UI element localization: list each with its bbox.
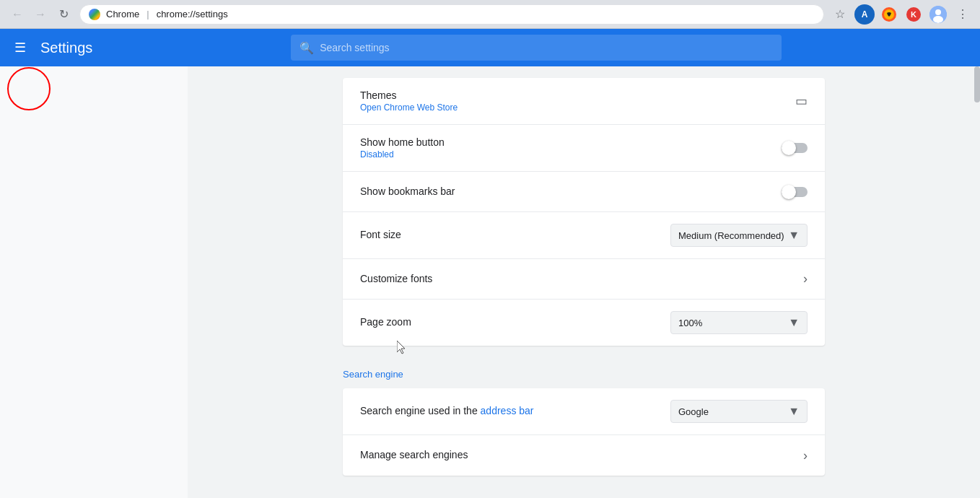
hamburger-menu[interactable]: ☰ — [12, 37, 29, 58]
sidebar — [0, 66, 188, 498]
address-bar-link[interactable]: address bar — [481, 405, 534, 416]
profile-avatar-icon[interactable] — [928, 4, 948, 25]
back-button[interactable]: ← — [7, 4, 27, 25]
search-engine-dropdown-arrow: ▼ — [788, 405, 800, 418]
content-area: Themes Open Chrome Web Store ▭ Show home… — [188, 66, 980, 498]
show-home-toggle[interactable] — [782, 141, 808, 155]
font-size-label: Font size — [360, 229, 670, 242]
toolbar-right: ☆ A K ⋮ — [830, 4, 973, 25]
themes-label: Themes Open Chrome Web Store — [360, 89, 795, 113]
nav-buttons: ← → ↻ — [7, 4, 74, 25]
page-zoom-row: Page zoom 100% ▼ — [343, 300, 825, 346]
bookmark-button[interactable]: ☆ — [830, 4, 850, 25]
customize-fonts-title: Customize fonts — [360, 273, 803, 284]
external-link-icon[interactable]: ▭ — [795, 93, 808, 109]
show-home-subtitle: Disabled — [360, 149, 782, 160]
appearance-card: Themes Open Chrome Web Store ▭ Show home… — [343, 78, 825, 346]
k-icon: K — [906, 7, 921, 22]
font-size-dropdown-arrow: ▼ — [788, 229, 800, 242]
search-engine-label: Search engine used in the address bar — [360, 405, 670, 418]
ninja-icon[interactable] — [879, 4, 899, 25]
toggle-thumb — [782, 141, 796, 155]
svg-point-2 — [935, 9, 941, 15]
font-size-dropdown[interactable]: Medium (Recommended) ▼ — [670, 224, 808, 247]
themes-row: Themes Open Chrome Web Store ▭ — [343, 78, 825, 125]
show-home-button-row: Show home button Disabled — [343, 125, 825, 172]
settings-header: ☰ Settings 🔍 — [0, 29, 980, 66]
show-bookmarks-row: Show bookmarks bar — [343, 172, 825, 212]
search-engine-text: Search engine used in the address bar — [360, 405, 670, 416]
main-content: Themes Open Chrome Web Store ▭ Show home… — [0, 66, 980, 498]
customize-fonts-label: Customize fonts — [360, 273, 803, 286]
reload-button[interactable]: ↻ — [53, 4, 74, 25]
show-home-label: Show home button Disabled — [360, 136, 782, 160]
address-bar[interactable]: Chrome | chrome://settings — [79, 4, 824, 25]
page-zoom-title: Page zoom — [360, 316, 670, 328]
svg-point-3 — [933, 16, 943, 23]
font-size-title: Font size — [360, 229, 670, 240]
scrollbar-thumb[interactable] — [974, 66, 980, 102]
customize-fonts-row[interactable]: Customize fonts › — [343, 259, 825, 300]
address-url: chrome://settings — [157, 9, 228, 19]
chrome-menu-button[interactable]: ⋮ — [953, 4, 973, 25]
address-separator: | — [146, 9, 149, 19]
manage-search-chevron: › — [803, 448, 808, 463]
k-profile-icon[interactable]: K — [904, 4, 924, 25]
settings-search-bar[interactable]: 🔍 — [291, 35, 782, 61]
profile-avatar — [929, 6, 947, 23]
show-home-title: Show home button — [360, 136, 782, 148]
themes-subtitle[interactable]: Open Chrome Web Store — [360, 102, 795, 113]
default-browser-section-label: Default browser browser — [343, 493, 825, 498]
profile-a-icon[interactable]: A — [854, 4, 875, 25]
page-zoom-label: Page zoom — [360, 316, 670, 329]
settings-section: Themes Open Chrome Web Store ▭ Show home… — [331, 78, 836, 498]
page-zoom-dropdown[interactable]: 100% ▼ — [670, 311, 808, 334]
site-favicon — [89, 9, 100, 20]
settings-page-title: Settings — [40, 40, 92, 56]
browser-chrome: ← → ↻ Chrome | chrome://settings ☆ A K — [0, 0, 980, 29]
forward-button[interactable]: → — [30, 4, 51, 25]
show-bookmarks-title: Show bookmarks bar — [360, 185, 782, 197]
page-zoom-value: 100% — [678, 318, 702, 328]
bookmarks-toggle-thumb — [782, 185, 796, 199]
manage-search-label: Manage search engines — [360, 449, 803, 462]
manage-search-row[interactable]: Manage search engines › — [343, 435, 825, 476]
site-name: Chrome — [106, 9, 139, 19]
scrollbar-track[interactable] — [974, 66, 980, 498]
search-engine-row: Search engine used in the address bar Go… — [343, 388, 825, 435]
themes-title: Themes — [360, 89, 795, 101]
font-size-row: Font size Medium (Recommended) ▼ — [343, 212, 825, 259]
manage-search-title: Manage search engines — [360, 449, 803, 460]
search-engine-section-label: Search engine — [343, 363, 825, 388]
search-icon: 🔍 — [299, 41, 314, 55]
search-input[interactable] — [320, 42, 773, 53]
font-size-value: Medium (Recommended) — [678, 230, 784, 241]
show-bookmarks-label: Show bookmarks bar — [360, 185, 782, 198]
search-engine-card: Search engine used in the address bar Go… — [343, 388, 825, 476]
search-engine-dropdown[interactable]: Google ▼ — [670, 400, 808, 423]
page-zoom-dropdown-arrow: ▼ — [788, 316, 800, 329]
show-bookmarks-toggle[interactable] — [782, 185, 808, 199]
search-engine-value: Google — [678, 406, 709, 417]
customize-fonts-chevron: › — [803, 271, 808, 287]
